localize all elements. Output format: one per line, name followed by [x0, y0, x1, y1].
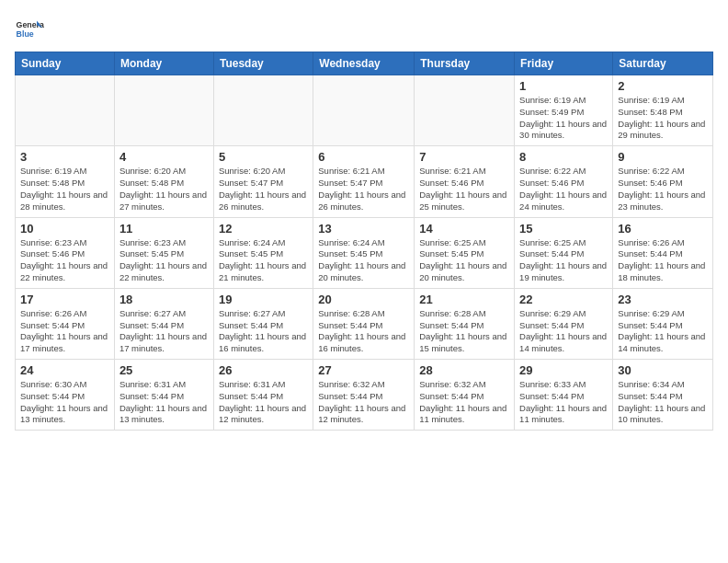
day-info: Sunrise: 6:27 AM Sunset: 5:44 PM Dayligh… [219, 308, 308, 355]
calendar-week-row: 24Sunrise: 6:30 AM Sunset: 5:44 PM Dayli… [16, 360, 713, 431]
day-number: 29 [519, 363, 608, 377]
calendar-cell: 23Sunrise: 6:29 AM Sunset: 5:44 PM Dayli… [613, 288, 713, 359]
day-info: Sunrise: 6:19 AM Sunset: 5:48 PM Dayligh… [618, 95, 708, 142]
calendar-cell: 26Sunrise: 6:31 AM Sunset: 5:44 PM Dayli… [213, 360, 313, 431]
day-number: 30 [618, 363, 708, 377]
weekday-header: Thursday [415, 52, 515, 75]
calendar-cell: 17Sunrise: 6:26 AM Sunset: 5:44 PM Dayli… [16, 288, 115, 359]
day-info: Sunrise: 6:28 AM Sunset: 5:44 PM Dayligh… [318, 308, 409, 355]
calendar-cell: 15Sunrise: 6:25 AM Sunset: 5:44 PM Dayli… [515, 217, 613, 288]
calendar-cell: 30Sunrise: 6:34 AM Sunset: 5:44 PM Dayli… [613, 360, 713, 431]
calendar-cell [16, 75, 115, 146]
day-number: 26 [219, 363, 308, 377]
calendar-cell: 28Sunrise: 6:32 AM Sunset: 5:44 PM Dayli… [415, 360, 515, 431]
calendar-cell: 18Sunrise: 6:27 AM Sunset: 5:44 PM Dayli… [114, 288, 213, 359]
calendar-cell: 6Sunrise: 6:21 AM Sunset: 5:47 PM Daylig… [313, 146, 415, 217]
day-number: 20 [318, 293, 409, 306]
day-info: Sunrise: 6:20 AM Sunset: 5:47 PM Dayligh… [219, 166, 308, 213]
calendar-cell: 2Sunrise: 6:19 AM Sunset: 5:48 PM Daylig… [613, 75, 713, 146]
calendar-cell: 27Sunrise: 6:32 AM Sunset: 5:44 PM Dayli… [313, 360, 415, 431]
calendar-cell: 22Sunrise: 6:29 AM Sunset: 5:44 PM Dayli… [515, 288, 613, 359]
day-info: Sunrise: 6:25 AM Sunset: 5:44 PM Dayligh… [519, 237, 608, 284]
calendar-cell: 3Sunrise: 6:19 AM Sunset: 5:48 PM Daylig… [16, 146, 115, 217]
day-info: Sunrise: 6:24 AM Sunset: 5:45 PM Dayligh… [219, 237, 308, 284]
weekday-header: Sunday [16, 52, 115, 75]
calendar-week-row: 10Sunrise: 6:23 AM Sunset: 5:46 PM Dayli… [16, 217, 713, 288]
day-number: 14 [419, 222, 509, 236]
day-number: 7 [419, 150, 509, 164]
calendar-week-row: 1Sunrise: 6:19 AM Sunset: 5:49 PM Daylig… [16, 75, 713, 146]
calendar-cell [114, 75, 213, 146]
calendar-week-row: 17Sunrise: 6:26 AM Sunset: 5:44 PM Dayli… [16, 288, 713, 359]
day-number: 18 [119, 293, 209, 306]
calendar-cell: 8Sunrise: 6:22 AM Sunset: 5:46 PM Daylig… [515, 146, 613, 217]
day-info: Sunrise: 6:25 AM Sunset: 5:45 PM Dayligh… [419, 237, 509, 284]
day-info: Sunrise: 6:22 AM Sunset: 5:46 PM Dayligh… [519, 166, 608, 213]
day-info: Sunrise: 6:27 AM Sunset: 5:44 PM Dayligh… [119, 308, 209, 355]
day-number: 12 [219, 222, 308, 236]
day-number: 27 [318, 363, 409, 377]
day-info: Sunrise: 6:29 AM Sunset: 5:44 PM Dayligh… [519, 308, 608, 355]
day-info: Sunrise: 6:34 AM Sunset: 5:44 PM Dayligh… [618, 379, 708, 426]
logo: General Blue [15, 15, 44, 44]
day-info: Sunrise: 6:31 AM Sunset: 5:44 PM Dayligh… [219, 379, 308, 426]
day-info: Sunrise: 6:21 AM Sunset: 5:46 PM Dayligh… [419, 166, 509, 213]
calendar-table: SundayMondayTuesdayWednesdayThursdayFrid… [15, 52, 713, 431]
day-number: 25 [119, 363, 209, 377]
calendar-cell: 13Sunrise: 6:24 AM Sunset: 5:45 PM Dayli… [313, 217, 415, 288]
day-info: Sunrise: 6:26 AM Sunset: 5:44 PM Dayligh… [20, 308, 109, 355]
day-info: Sunrise: 6:19 AM Sunset: 5:48 PM Dayligh… [20, 166, 109, 213]
calendar-cell: 12Sunrise: 6:24 AM Sunset: 5:45 PM Dayli… [213, 217, 313, 288]
day-number: 3 [20, 150, 109, 164]
day-info: Sunrise: 6:24 AM Sunset: 5:45 PM Dayligh… [318, 237, 409, 284]
day-info: Sunrise: 6:23 AM Sunset: 5:45 PM Dayligh… [119, 237, 209, 284]
calendar-cell: 1Sunrise: 6:19 AM Sunset: 5:49 PM Daylig… [515, 75, 613, 146]
day-info: Sunrise: 6:32 AM Sunset: 5:44 PM Dayligh… [318, 379, 409, 426]
weekday-header: Friday [515, 52, 613, 75]
calendar-cell [313, 75, 415, 146]
day-number: 13 [318, 222, 409, 236]
weekday-header: Wednesday [313, 52, 415, 75]
calendar-cell: 21Sunrise: 6:28 AM Sunset: 5:44 PM Dayli… [415, 288, 515, 359]
calendar-cell: 10Sunrise: 6:23 AM Sunset: 5:46 PM Dayli… [16, 217, 115, 288]
calendar-cell: 11Sunrise: 6:23 AM Sunset: 5:45 PM Dayli… [114, 217, 213, 288]
day-number: 17 [20, 293, 109, 306]
calendar-cell: 16Sunrise: 6:26 AM Sunset: 5:44 PM Dayli… [613, 217, 713, 288]
day-info: Sunrise: 6:20 AM Sunset: 5:48 PM Dayligh… [119, 166, 209, 213]
day-number: 5 [219, 150, 308, 164]
day-number: 15 [519, 222, 608, 236]
day-number: 23 [618, 293, 708, 306]
weekday-header: Tuesday [213, 52, 313, 75]
calendar-cell: 24Sunrise: 6:30 AM Sunset: 5:44 PM Dayli… [16, 360, 115, 431]
day-info: Sunrise: 6:26 AM Sunset: 5:44 PM Dayligh… [618, 237, 708, 284]
calendar-cell: 9Sunrise: 6:22 AM Sunset: 5:46 PM Daylig… [613, 146, 713, 217]
day-number: 11 [119, 222, 209, 236]
day-number: 24 [20, 363, 109, 377]
calendar-cell: 29Sunrise: 6:33 AM Sunset: 5:44 PM Dayli… [515, 360, 613, 431]
day-number: 21 [419, 293, 509, 306]
day-number: 2 [618, 79, 708, 93]
day-info: Sunrise: 6:28 AM Sunset: 5:44 PM Dayligh… [419, 308, 509, 355]
calendar-cell: 4Sunrise: 6:20 AM Sunset: 5:48 PM Daylig… [114, 146, 213, 217]
calendar-cell: 20Sunrise: 6:28 AM Sunset: 5:44 PM Dayli… [313, 288, 415, 359]
logo-icon: General Blue [15, 15, 44, 44]
day-number: 28 [419, 363, 509, 377]
day-info: Sunrise: 6:21 AM Sunset: 5:47 PM Dayligh… [318, 166, 409, 213]
day-info: Sunrise: 6:32 AM Sunset: 5:44 PM Dayligh… [419, 379, 509, 426]
day-info: Sunrise: 6:29 AM Sunset: 5:44 PM Dayligh… [618, 308, 708, 355]
day-info: Sunrise: 6:30 AM Sunset: 5:44 PM Dayligh… [20, 379, 109, 426]
weekday-header-row: SundayMondayTuesdayWednesdayThursdayFrid… [16, 52, 713, 75]
weekday-header: Monday [114, 52, 213, 75]
day-number: 8 [519, 150, 608, 164]
day-info: Sunrise: 6:23 AM Sunset: 5:46 PM Dayligh… [20, 237, 109, 284]
page-header: General Blue [15, 15, 713, 44]
day-number: 16 [618, 222, 708, 236]
calendar-week-row: 3Sunrise: 6:19 AM Sunset: 5:48 PM Daylig… [16, 146, 713, 217]
calendar-cell: 25Sunrise: 6:31 AM Sunset: 5:44 PM Dayli… [114, 360, 213, 431]
day-number: 1 [519, 79, 608, 93]
calendar-cell [415, 75, 515, 146]
svg-text:Blue: Blue [17, 29, 34, 39]
day-number: 10 [20, 222, 109, 236]
day-number: 9 [618, 150, 708, 164]
day-number: 6 [318, 150, 409, 164]
